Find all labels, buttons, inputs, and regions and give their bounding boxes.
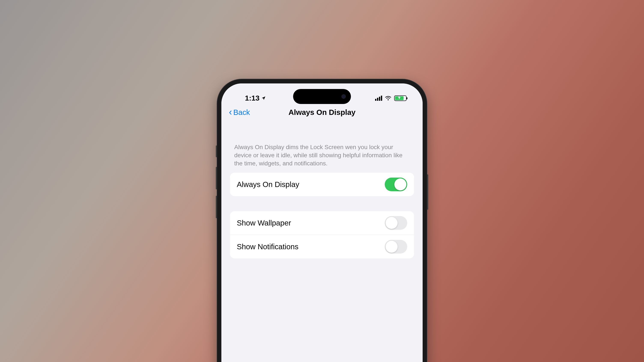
setting-label: Always On Display [237, 180, 299, 189]
status-time: 1:13 [245, 94, 260, 102]
setting-row-show-wallpaper: Show Wallpaper [230, 211, 414, 235]
phone-frame: 1:13 [217, 79, 427, 362]
volume-down-button [216, 196, 217, 218]
settings-group-options: Show Wallpaper Show Notifications [230, 211, 414, 259]
section-description: Always On Display dims the Lock Screen w… [230, 143, 414, 173]
back-button[interactable]: ‹ Back [229, 108, 250, 117]
back-label: Back [233, 108, 250, 117]
status-bar-left: 1:13 [232, 94, 266, 102]
wifi-icon [385, 95, 392, 101]
dynamic-island [293, 89, 351, 104]
volume-up-button [216, 167, 217, 189]
setting-row-show-notifications: Show Notifications [230, 235, 414, 259]
toggle-knob [394, 178, 406, 190]
settings-group-main: Always On Display [230, 173, 414, 196]
toggle-show-notifications[interactable] [385, 240, 407, 254]
settings-content: Always On Display dims the Lock Screen w… [222, 122, 422, 259]
cellular-signal-icon [375, 96, 382, 101]
front-camera [342, 94, 346, 99]
toggle-always-on-display[interactable] [385, 178, 407, 191]
location-icon [261, 94, 266, 102]
charging-bolt-icon [398, 96, 400, 100]
phone-mockup: 1:13 [216, 79, 428, 362]
toggle-knob [386, 241, 398, 253]
power-button [427, 174, 428, 210]
mute-switch [216, 145, 217, 157]
setting-label: Show Notifications [237, 242, 298, 251]
setting-label: Show Wallpaper [237, 219, 291, 227]
chevron-left-icon: ‹ [229, 107, 232, 117]
toggle-show-wallpaper[interactable] [385, 216, 407, 230]
page-title: Always On Display [288, 108, 356, 117]
setting-row-always-on-display: Always On Display [230, 173, 414, 196]
status-bar-right [375, 95, 412, 101]
battery-icon [394, 95, 406, 101]
navigation-bar: ‹ Back Always On Display [222, 106, 422, 122]
toggle-knob [386, 217, 398, 229]
phone-screen: 1:13 [222, 83, 422, 362]
